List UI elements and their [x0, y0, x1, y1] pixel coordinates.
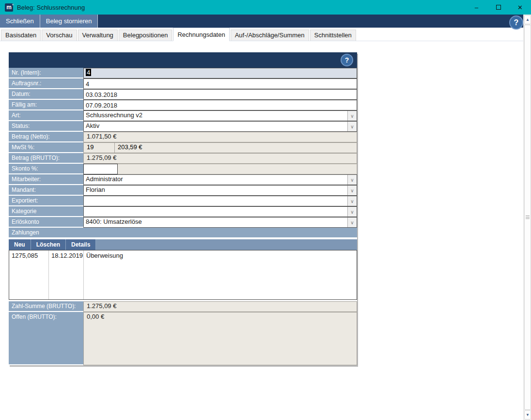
vertical-scrollbar[interactable]: ▲ ▼	[523, 15, 531, 420]
close-document-button[interactable]: Schließen	[0, 15, 40, 28]
skonto-input[interactable]	[83, 164, 118, 174]
row-art: Art: Schlussrechnung v2 ∨	[9, 110, 357, 121]
cancel-document-button[interactable]: Beleg stornieren	[40, 15, 98, 28]
auftragsnr-label: Auftragsnr.:	[9, 78, 83, 89]
kategorie-select[interactable]: ∨	[83, 206, 357, 217]
chevron-down-icon[interactable]: ∨	[347, 207, 357, 217]
row-zahl-summe: Zahl-Summe (BRUTTO): 1.275,09 €	[9, 301, 357, 312]
scroll-down-icon[interactable]: ▼	[524, 410, 531, 420]
payment-new-button[interactable]: Neu	[9, 239, 31, 250]
datum-input[interactable]	[83, 89, 357, 100]
chevron-down-icon[interactable]: ∨	[347, 122, 357, 131]
auftragsnr-input[interactable]	[83, 78, 357, 89]
row-datum: Datum:	[9, 89, 357, 100]
art-select[interactable]: Schlussrechnung v2 ∨	[83, 110, 357, 121]
row-mitarbeiter: Mitarbeiter: Administrator ∨	[9, 174, 357, 185]
faellig-am-label: Fällig am:	[9, 100, 83, 110]
row-faellig-am: Fällig am:	[9, 100, 357, 110]
tab-rechnungsdaten[interactable]: Rechnungsdaten	[173, 28, 229, 41]
window-title: Beleg: Schlussrechnung	[17, 4, 85, 11]
payment-details-button[interactable]: Details	[66, 239, 96, 250]
app-logo-icon: m	[5, 3, 13, 12]
payment-method-cell[interactable]: Überweisung	[84, 250, 357, 299]
row-erloeskonto: Erlöskonto 8400: Umsatzerlöse ∨	[9, 217, 357, 228]
offen-value: 0,00 €	[83, 312, 357, 365]
status-select[interactable]: Aktiv ∨	[83, 121, 357, 132]
chevron-down-icon[interactable]: ∨	[347, 175, 357, 185]
status-value: Aktiv	[86, 122, 99, 129]
row-nr-intern: Nr. (Intern): 4	[9, 68, 357, 78]
exportiert-select[interactable]: ∨	[83, 196, 357, 206]
tab-basisdaten[interactable]: Basisdaten	[1, 30, 41, 41]
payment-date-cell[interactable]: 18.12.2019	[49, 250, 84, 299]
maximize-button[interactable]	[487, 0, 509, 15]
mwst-values: 19 203,59 €	[83, 142, 357, 153]
tab-verwaltung[interactable]: Verwaltung	[78, 30, 118, 41]
scrollbar-thumb[interactable]	[524, 25, 531, 410]
tab-schnittstellen[interactable]: Schnittstellen	[310, 30, 356, 41]
betrag-brutto-label: Betrag (BRUTTO):	[9, 153, 83, 164]
exportiert-label: Exportiert:	[9, 196, 83, 206]
row-skonto: Skonto %:	[9, 164, 357, 174]
scroll-up-icon[interactable]: ▲	[524, 15, 531, 24]
tab-strip: Basisdaten Vorschau Verwaltung Belegposi…	[0, 28, 523, 41]
grip-icon	[526, 218, 530, 219]
chevron-down-icon[interactable]: ∨	[347, 111, 357, 121]
betrag-netto-value: 1.071,50 €	[83, 132, 357, 142]
mitarbeiter-label: Mitarbeiter:	[9, 174, 83, 185]
minimize-button[interactable]: –	[466, 0, 487, 15]
row-status: Status: Aktiv ∨	[9, 121, 357, 132]
tab-vorschau[interactable]: Vorschau	[42, 30, 77, 41]
chevron-down-icon[interactable]: ∨	[347, 218, 357, 227]
erloeskonto-select[interactable]: 8400: Umsatzerlöse ∨	[83, 217, 357, 228]
mitarbeiter-select[interactable]: Administrator ∨	[83, 174, 357, 185]
tab-belegpositionen[interactable]: Belegpositionen	[119, 30, 172, 41]
mwst-label: MwSt %:	[9, 142, 83, 153]
mandant-label: Mandant:	[9, 185, 83, 196]
betrag-brutto-value: 1.275,09 €	[83, 153, 357, 164]
grip-icon	[526, 217, 530, 218]
payments-toolbar: Neu Löschen Details	[9, 239, 357, 250]
erloeskonto-value: 8400: Umsatzerlöse	[86, 218, 142, 225]
status-label: Status:	[9, 121, 83, 132]
zahlungen-section-header: Zahlungen	[9, 228, 357, 239]
form-header: ?	[9, 52, 357, 68]
row-betrag-netto: Betrag (Netto): 1.071,50 €	[9, 132, 357, 142]
nr-intern-field[interactable]: 4	[83, 68, 357, 78]
invoice-data-form: ? Nr. (Intern): 4 Auftragsnr.: Datum: Fä…	[9, 52, 357, 365]
chevron-down-icon[interactable]: ∨	[347, 186, 357, 195]
faellig-am-input[interactable]	[83, 100, 357, 110]
title-bar: m Beleg: Schlussrechnung – ✕	[0, 0, 531, 15]
form-help-button[interactable]: ?	[341, 54, 353, 66]
zahl-summe-label: Zahl-Summe (BRUTTO):	[9, 301, 83, 312]
skonto-label: Skonto %:	[9, 164, 83, 174]
row-betrag-brutto: Betrag (BRUTTO): 1.275,09 €	[9, 153, 357, 164]
payment-delete-button[interactable]: Löschen	[31, 239, 66, 250]
betrag-netto-label: Betrag (Netto):	[9, 132, 83, 142]
main-toolbar: Schließen Beleg stornieren	[0, 15, 523, 28]
kategorie-label: Kategorie	[9, 206, 83, 217]
skonto-field-area	[83, 164, 357, 174]
art-value: Schlussrechnung v2	[86, 111, 142, 119]
row-auftragsnr: Auftragsnr.:	[9, 78, 357, 89]
selected-text: 4	[86, 69, 91, 76]
payments-table[interactable]: 1275,085 18.12.2019 Überweisung	[9, 250, 357, 300]
nr-intern-label: Nr. (Intern):	[9, 68, 83, 78]
close-button[interactable]: ✕	[509, 0, 531, 15]
art-label: Art:	[9, 110, 83, 121]
row-exportiert: Exportiert: ∨	[9, 196, 357, 206]
grip-icon	[526, 216, 530, 216]
row-mwst: MwSt %: 19 203,59 €	[9, 142, 357, 153]
tab-auf-abschlaege-summen[interactable]: Auf-/Abschläge/Summen	[231, 30, 309, 41]
zahl-summe-value: 1.275,09 €	[83, 301, 357, 312]
mandant-value: Florian	[86, 186, 105, 193]
row-offen: Offen (BRUTTO): 0,00 €	[9, 312, 357, 365]
mandant-select[interactable]: Florian ∨	[83, 185, 357, 196]
mitarbeiter-value: Administrator	[86, 175, 123, 183]
help-button[interactable]: ?	[509, 16, 523, 30]
payment-amount-cell[interactable]: 1275,085	[9, 250, 49, 299]
mwst-percent-value: 19	[83, 142, 115, 153]
offen-label: Offen (BRUTTO):	[9, 312, 83, 365]
maximize-icon	[496, 5, 501, 10]
chevron-down-icon[interactable]: ∨	[347, 196, 357, 206]
